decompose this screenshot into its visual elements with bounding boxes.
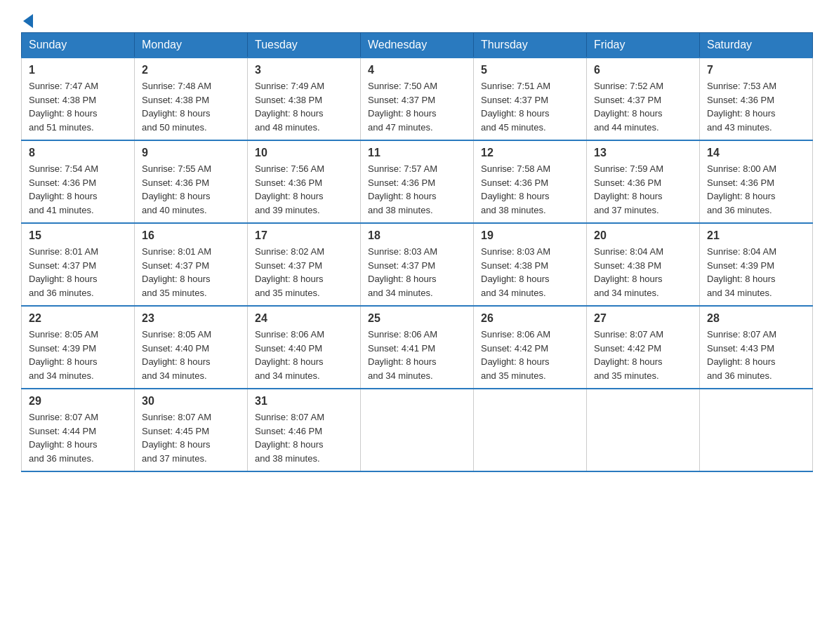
day-info: Sunrise: 8:01 AM Sunset: 4:37 PM Dayligh…: [29, 245, 127, 300]
day-info: Sunrise: 7:53 AM Sunset: 4:36 PM Dayligh…: [707, 79, 805, 134]
day-number: 26: [481, 312, 579, 325]
calendar-table: SundayMondayTuesdayWednesdayThursdayFrid…: [21, 32, 813, 472]
day-number: 14: [707, 147, 805, 159]
calendar-cell: 21 Sunrise: 8:04 AM Sunset: 4:39 PM Dayl…: [700, 223, 813, 306]
day-number: 2: [142, 64, 240, 76]
calendar-cell: 8 Sunrise: 7:54 AM Sunset: 4:36 PM Dayli…: [22, 140, 135, 223]
day-number: 11: [368, 147, 466, 159]
column-header-friday: Friday: [587, 33, 700, 58]
column-header-wednesday: Wednesday: [361, 33, 474, 58]
calendar-cell: 2 Sunrise: 7:48 AM Sunset: 4:38 PM Dayli…: [135, 58, 248, 140]
calendar-cell: 29 Sunrise: 8:07 AM Sunset: 4:44 PM Dayl…: [22, 389, 135, 471]
page-header: [21, 14, 813, 25]
day-info: Sunrise: 8:03 AM Sunset: 4:38 PM Dayligh…: [481, 245, 579, 300]
calendar-cell: 7 Sunrise: 7:53 AM Sunset: 4:36 PM Dayli…: [700, 58, 813, 140]
day-info: Sunrise: 7:49 AM Sunset: 4:38 PM Dayligh…: [255, 79, 353, 134]
day-info: Sunrise: 8:06 AM Sunset: 4:40 PM Dayligh…: [255, 328, 353, 382]
day-info: Sunrise: 8:01 AM Sunset: 4:37 PM Dayligh…: [142, 245, 240, 300]
day-info: Sunrise: 8:00 AM Sunset: 4:36 PM Dayligh…: [707, 162, 805, 217]
column-header-tuesday: Tuesday: [248, 33, 361, 58]
calendar-cell: 9 Sunrise: 7:55 AM Sunset: 4:36 PM Dayli…: [135, 140, 248, 223]
day-info: Sunrise: 8:07 AM Sunset: 4:44 PM Dayligh…: [29, 410, 127, 465]
day-number: 28: [707, 312, 805, 325]
day-number: 10: [255, 147, 353, 159]
day-info: Sunrise: 7:54 AM Sunset: 4:36 PM Dayligh…: [29, 162, 127, 217]
day-info: Sunrise: 8:07 AM Sunset: 4:46 PM Dayligh…: [255, 410, 353, 465]
day-number: 7: [707, 64, 805, 76]
day-info: Sunrise: 7:58 AM Sunset: 4:36 PM Dayligh…: [481, 162, 579, 217]
calendar-cell: 28 Sunrise: 8:07 AM Sunset: 4:43 PM Dayl…: [700, 306, 813, 389]
calendar-cell: 1 Sunrise: 7:47 AM Sunset: 4:38 PM Dayli…: [22, 58, 135, 140]
day-number: 8: [29, 147, 127, 159]
day-info: Sunrise: 8:03 AM Sunset: 4:37 PM Dayligh…: [368, 245, 466, 300]
day-number: 27: [594, 312, 692, 325]
calendar-cell: 16 Sunrise: 8:01 AM Sunset: 4:37 PM Dayl…: [135, 223, 248, 306]
calendar-header-row: SundayMondayTuesdayWednesdayThursdayFrid…: [22, 33, 813, 58]
calendar-cell: 22 Sunrise: 8:05 AM Sunset: 4:39 PM Dayl…: [22, 306, 135, 389]
logo-triangle-icon: [23, 14, 33, 28]
day-info: Sunrise: 7:48 AM Sunset: 4:38 PM Dayligh…: [142, 79, 240, 134]
calendar-cell: [474, 389, 587, 471]
calendar-cell: [587, 389, 700, 471]
day-info: Sunrise: 7:57 AM Sunset: 4:36 PM Dayligh…: [368, 162, 466, 217]
day-number: 19: [481, 229, 579, 242]
day-info: Sunrise: 8:07 AM Sunset: 4:43 PM Dayligh…: [707, 328, 805, 382]
column-header-monday: Monday: [135, 33, 248, 58]
calendar-cell: 6 Sunrise: 7:52 AM Sunset: 4:37 PM Dayli…: [587, 58, 700, 140]
day-info: Sunrise: 7:50 AM Sunset: 4:37 PM Dayligh…: [368, 79, 466, 134]
calendar-cell: 10 Sunrise: 7:56 AM Sunset: 4:36 PM Dayl…: [248, 140, 361, 223]
day-number: 9: [142, 147, 240, 159]
day-info: Sunrise: 7:52 AM Sunset: 4:37 PM Dayligh…: [594, 79, 692, 134]
column-header-sunday: Sunday: [22, 33, 135, 58]
day-info: Sunrise: 8:05 AM Sunset: 4:40 PM Dayligh…: [142, 328, 240, 382]
day-number: 30: [142, 395, 240, 408]
day-number: 4: [368, 64, 466, 76]
day-info: Sunrise: 7:55 AM Sunset: 4:36 PM Dayligh…: [142, 162, 240, 217]
calendar-cell: 12 Sunrise: 7:58 AM Sunset: 4:36 PM Dayl…: [474, 140, 587, 223]
calendar-cell: 23 Sunrise: 8:05 AM Sunset: 4:40 PM Dayl…: [135, 306, 248, 389]
calendar-cell: 15 Sunrise: 8:01 AM Sunset: 4:37 PM Dayl…: [22, 223, 135, 306]
day-number: 17: [255, 229, 353, 242]
day-number: 24: [255, 312, 353, 325]
day-number: 16: [142, 229, 240, 242]
day-number: 22: [29, 312, 127, 325]
day-number: 21: [707, 229, 805, 242]
day-number: 13: [594, 147, 692, 159]
day-number: 31: [255, 395, 353, 408]
calendar-cell: 5 Sunrise: 7:51 AM Sunset: 4:37 PM Dayli…: [474, 58, 587, 140]
day-number: 18: [368, 229, 466, 242]
calendar-cell: 19 Sunrise: 8:03 AM Sunset: 4:38 PM Dayl…: [474, 223, 587, 306]
calendar-cell: 26 Sunrise: 8:06 AM Sunset: 4:42 PM Dayl…: [474, 306, 587, 389]
day-info: Sunrise: 8:04 AM Sunset: 4:38 PM Dayligh…: [594, 245, 692, 300]
calendar-cell: 25 Sunrise: 8:06 AM Sunset: 4:41 PM Dayl…: [361, 306, 474, 389]
calendar-cell: 27 Sunrise: 8:07 AM Sunset: 4:42 PM Dayl…: [587, 306, 700, 389]
day-info: Sunrise: 7:47 AM Sunset: 4:38 PM Dayligh…: [29, 79, 127, 134]
calendar-cell: 20 Sunrise: 8:04 AM Sunset: 4:38 PM Dayl…: [587, 223, 700, 306]
calendar-cell: 11 Sunrise: 7:57 AM Sunset: 4:36 PM Dayl…: [361, 140, 474, 223]
day-info: Sunrise: 7:59 AM Sunset: 4:36 PM Dayligh…: [594, 162, 692, 217]
column-header-thursday: Thursday: [474, 33, 587, 58]
calendar-week-row: 8 Sunrise: 7:54 AM Sunset: 4:36 PM Dayli…: [22, 140, 813, 223]
day-info: Sunrise: 8:04 AM Sunset: 4:39 PM Dayligh…: [707, 245, 805, 300]
column-header-saturday: Saturday: [700, 33, 813, 58]
calendar-cell: [700, 389, 813, 471]
calendar-cell: 17 Sunrise: 8:02 AM Sunset: 4:37 PM Dayl…: [248, 223, 361, 306]
calendar-cell: 13 Sunrise: 7:59 AM Sunset: 4:36 PM Dayl…: [587, 140, 700, 223]
day-number: 3: [255, 64, 353, 76]
logo: [21, 14, 33, 25]
day-number: 29: [29, 395, 127, 408]
day-info: Sunrise: 8:06 AM Sunset: 4:42 PM Dayligh…: [481, 328, 579, 382]
day-number: 23: [142, 312, 240, 325]
day-number: 1: [29, 64, 127, 76]
day-number: 6: [594, 64, 692, 76]
day-number: 5: [481, 64, 579, 76]
day-number: 20: [594, 229, 692, 242]
calendar-cell: 4 Sunrise: 7:50 AM Sunset: 4:37 PM Dayli…: [361, 58, 474, 140]
calendar-cell: [361, 389, 474, 471]
day-info: Sunrise: 8:07 AM Sunset: 4:45 PM Dayligh…: [142, 410, 240, 465]
day-number: 25: [368, 312, 466, 325]
calendar-week-row: 1 Sunrise: 7:47 AM Sunset: 4:38 PM Dayli…: [22, 58, 813, 140]
calendar-week-row: 29 Sunrise: 8:07 AM Sunset: 4:44 PM Dayl…: [22, 389, 813, 471]
day-info: Sunrise: 7:56 AM Sunset: 4:36 PM Dayligh…: [255, 162, 353, 217]
calendar-cell: 18 Sunrise: 8:03 AM Sunset: 4:37 PM Dayl…: [361, 223, 474, 306]
